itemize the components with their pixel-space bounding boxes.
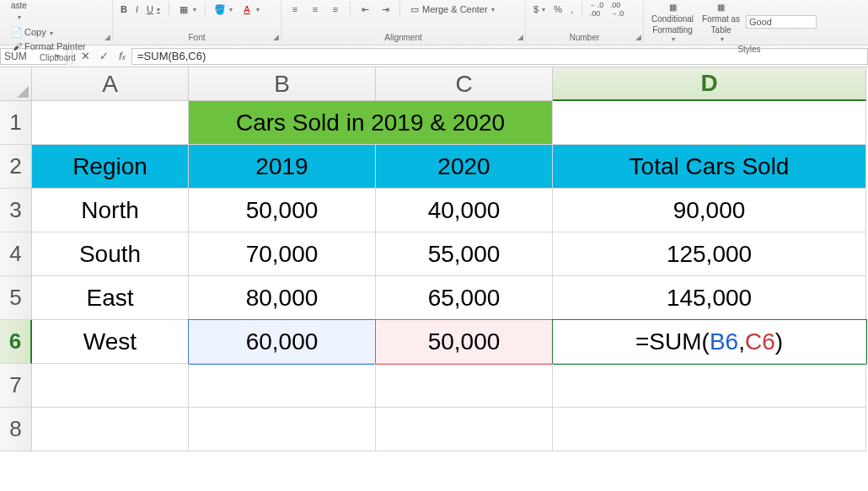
separator: [399, 2, 400, 17]
cell-D1[interactable]: [553, 101, 866, 145]
row-header-6[interactable]: 6: [0, 320, 32, 364]
cell-D2[interactable]: Total Cars Sold: [553, 145, 866, 189]
cell-A2[interactable]: Region: [32, 145, 189, 189]
row-header-2[interactable]: 2: [0, 145, 32, 189]
increase-indent-button[interactable]: ⇥: [377, 3, 394, 16]
dialog-launcher-icon[interactable]: ◢: [104, 33, 110, 41]
cell-A5[interactable]: East: [32, 276, 189, 320]
copy-icon: 📄: [11, 26, 23, 38]
fill-icon: 🪣: [214, 3, 226, 15]
cell-C8[interactable]: [376, 408, 553, 451]
col-header-B[interactable]: B: [189, 67, 376, 101]
cell-B8[interactable]: [189, 408, 376, 451]
cell-B2[interactable]: 2019: [189, 145, 376, 189]
col-header-C[interactable]: C: [376, 67, 553, 101]
row-header-4[interactable]: 4: [0, 232, 32, 276]
bold-button[interactable]: B: [118, 3, 130, 15]
copy-label: Copy: [24, 27, 46, 37]
group-label: Alignment: [287, 33, 520, 43]
conditional-formatting-icon: ▦: [667, 1, 678, 13]
accounting-format-button[interactable]: $: [531, 3, 548, 15]
align-middle-icon: ≡: [309, 3, 321, 15]
row-headers: 1 2 3 4 5 6 7 8: [0, 101, 32, 451]
cell-A7[interactable]: [32, 364, 189, 408]
cell-A4[interactable]: South: [32, 232, 189, 276]
cell-D7[interactable]: [553, 364, 866, 408]
decrease-decimal-icon: .00→.0: [611, 3, 623, 15]
decrease-decimal-button[interactable]: .00→.0: [608, 3, 625, 16]
cell-C5[interactable]: 65,000: [376, 276, 553, 320]
align-top-icon: ≡: [289, 3, 301, 15]
paste-button[interactable]: aste: [8, 0, 29, 22]
cell-B6[interactable]: 60,000: [189, 320, 376, 364]
cell-C7[interactable]: [376, 364, 553, 408]
cell-C6[interactable]: 50,000: [376, 320, 553, 364]
insert-function-button[interactable]: fx: [113, 47, 131, 66]
increase-decimal-button[interactable]: ←.0.00: [588, 3, 605, 16]
comma-style-button[interactable]: ,: [568, 3, 576, 15]
separator: [581, 2, 582, 17]
format-as-table-button[interactable]: ▦ Format as Table: [699, 0, 742, 45]
align-middle-button[interactable]: ≡: [307, 3, 324, 16]
cell-D8[interactable]: [553, 408, 866, 451]
cell-C3[interactable]: 40,000: [376, 189, 553, 232]
spreadsheet-grid: A B C D 1 2 3 4 5 6 7 8 Cars Sold in 201…: [0, 67, 868, 491]
italic-button[interactable]: I: [133, 3, 141, 15]
cell-D6[interactable]: =SUM(B6,C6): [553, 320, 866, 364]
align-bottom-button[interactable]: ≡: [327, 3, 344, 16]
font-color-button[interactable]: A: [238, 3, 262, 16]
cell-B1-merged[interactable]: Cars Sold in 2019 & 2020: [189, 101, 553, 145]
row-header-8[interactable]: 8: [0, 408, 32, 451]
dialog-launcher-icon[interactable]: ◢: [273, 33, 279, 41]
outdent-icon: ⇤: [359, 3, 371, 15]
col-header-D[interactable]: D: [553, 67, 866, 101]
align-top-button[interactable]: ≡: [287, 3, 303, 16]
cell-B5[interactable]: 80,000: [189, 276, 376, 320]
chevron-down-icon: [48, 27, 53, 37]
fill-color-button[interactable]: 🪣: [212, 3, 235, 16]
dialog-launcher-icon[interactable]: ◢: [635, 33, 641, 41]
row-header-7[interactable]: 7: [0, 364, 32, 408]
cell-D3[interactable]: 90,000: [553, 189, 866, 232]
cell-B3[interactable]: 50,000: [189, 189, 376, 232]
borders-icon: ▦: [178, 3, 190, 15]
col-header-A[interactable]: A: [32, 67, 189, 101]
cell-A1[interactable]: [32, 101, 189, 145]
cell-formula-display: =SUM(B6,C6): [635, 328, 783, 355]
decrease-indent-button[interactable]: ⇤: [356, 3, 373, 16]
cell-D5[interactable]: 145,000: [553, 276, 866, 320]
group-label: Font: [118, 33, 276, 43]
cell-A6[interactable]: West: [32, 320, 189, 364]
merge-label: Merge & Center: [422, 4, 488, 14]
paste-label: aste: [11, 1, 27, 10]
format-painter-icon: 🖌: [11, 40, 23, 52]
merge-center-button[interactable]: ▭ Merge & Center: [406, 3, 497, 16]
indent-icon: ⇥: [379, 3, 391, 15]
copy-button[interactable]: 📄 Copy: [8, 25, 88, 39]
row-header-3[interactable]: 3: [0, 189, 32, 232]
percent-button[interactable]: %: [551, 3, 565, 15]
row-header-5[interactable]: 5: [0, 276, 32, 320]
cell-A8[interactable]: [32, 408, 189, 451]
cell-B7[interactable]: [189, 364, 376, 408]
fx-icon: fx: [119, 50, 126, 62]
cell-B4[interactable]: 70,000: [189, 232, 376, 276]
separator: [205, 2, 206, 17]
select-all-corner[interactable]: [0, 67, 32, 101]
format-painter-button[interactable]: 🖌 Format Painter: [8, 40, 88, 53]
underline-button[interactable]: U: [144, 3, 163, 15]
cell-C4[interactable]: 55,000: [376, 232, 553, 276]
dialog-launcher-icon[interactable]: ◢: [517, 33, 523, 41]
conditional-formatting-button[interactable]: ▦ Conditional Formatting: [649, 0, 696, 45]
cell-style-good[interactable]: Good: [746, 15, 817, 29]
group-label: Clipboard: [8, 53, 107, 63]
group-alignment: ≡ ≡ ≡ ⇤ ⇥ ▭ Merge & Center Alignment ◢: [281, 0, 526, 43]
cell-D4[interactable]: 125,000: [553, 232, 866, 276]
group-clipboard: aste 📄 Copy 🖌 Format Painter Clipboard ◢: [3, 0, 113, 43]
row-header-1[interactable]: 1: [0, 101, 32, 145]
format-painter-label: Format Painter: [24, 41, 86, 51]
group-number: $ % , ←.0.00 .00→.0 Number ◢: [526, 0, 644, 43]
cell-A3[interactable]: North: [32, 189, 189, 232]
borders-button[interactable]: ▦: [175, 3, 199, 16]
cell-C2[interactable]: 2020: [376, 145, 553, 189]
